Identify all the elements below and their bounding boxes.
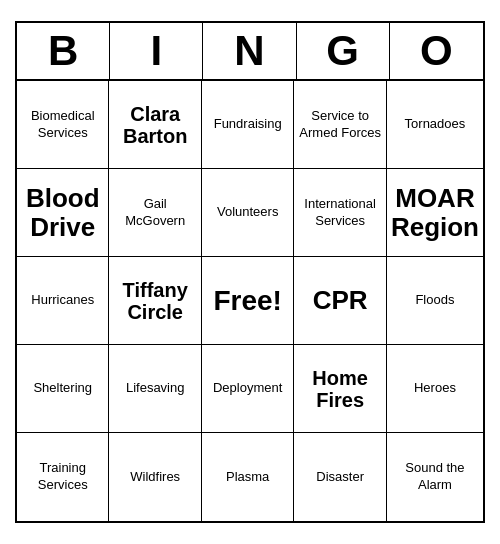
bingo-cell-22: Plasma: [202, 433, 294, 521]
bingo-letter-o: O: [390, 23, 483, 79]
bingo-cell-21: Wildfires: [109, 433, 201, 521]
cell-text-22: Plasma: [226, 469, 269, 486]
cell-text-19: Heroes: [414, 380, 456, 397]
bingo-cell-19: Heroes: [387, 345, 483, 433]
cell-text-18: Home Fires: [298, 367, 381, 411]
cell-text-7: Volunteers: [217, 204, 278, 221]
bingo-letter-i: I: [110, 23, 203, 79]
bingo-cell-11: Tiffany Circle: [109, 257, 201, 345]
cell-text-6: Gail McGovern: [113, 196, 196, 230]
bingo-cell-16: Lifesaving: [109, 345, 201, 433]
bingo-cell-0: Biomedical Services: [17, 81, 109, 169]
bingo-cell-5: Blood Drive: [17, 169, 109, 257]
bingo-card: BINGO Biomedical ServicesClara BartonFun…: [15, 21, 485, 523]
cell-text-20: Training Services: [21, 460, 104, 494]
cell-text-2: Fundraising: [214, 116, 282, 133]
cell-text-17: Deployment: [213, 380, 282, 397]
cell-text-23: Disaster: [316, 469, 364, 486]
cell-text-10: Hurricanes: [31, 292, 94, 309]
bingo-cell-23: Disaster: [294, 433, 386, 521]
cell-text-16: Lifesaving: [126, 380, 185, 397]
bingo-cell-24: Sound the Alarm: [387, 433, 483, 521]
cell-text-1: Clara Barton: [113, 103, 196, 147]
bingo-cell-6: Gail McGovern: [109, 169, 201, 257]
bingo-cell-2: Fundraising: [202, 81, 294, 169]
cell-text-5: Blood Drive: [21, 184, 104, 241]
bingo-cell-12: Free!: [202, 257, 294, 345]
bingo-letter-g: G: [297, 23, 390, 79]
bingo-cell-20: Training Services: [17, 433, 109, 521]
bingo-cell-14: Floods: [387, 257, 483, 345]
bingo-cell-18: Home Fires: [294, 345, 386, 433]
bingo-header: BINGO: [17, 23, 483, 81]
bingo-cell-7: Volunteers: [202, 169, 294, 257]
bingo-cell-10: Hurricanes: [17, 257, 109, 345]
bingo-letter-n: N: [203, 23, 296, 79]
cell-text-11: Tiffany Circle: [113, 279, 196, 323]
cell-text-8: International Services: [298, 196, 381, 230]
bingo-cell-17: Deployment: [202, 345, 294, 433]
bingo-letter-b: B: [17, 23, 110, 79]
bingo-grid: Biomedical ServicesClara BartonFundraisi…: [17, 81, 483, 521]
bingo-cell-4: Tornadoes: [387, 81, 483, 169]
bingo-cell-13: CPR: [294, 257, 386, 345]
bingo-cell-8: International Services: [294, 169, 386, 257]
cell-text-24: Sound the Alarm: [391, 460, 479, 494]
bingo-cell-15: Sheltering: [17, 345, 109, 433]
cell-text-14: Floods: [415, 292, 454, 309]
cell-text-3: Service to Armed Forces: [298, 108, 381, 142]
cell-text-15: Sheltering: [33, 380, 92, 397]
cell-text-13: CPR: [313, 286, 368, 315]
cell-text-12: Free!: [213, 285, 281, 317]
bingo-cell-3: Service to Armed Forces: [294, 81, 386, 169]
cell-text-9: MOAR Region: [391, 184, 479, 241]
cell-text-0: Biomedical Services: [21, 108, 104, 142]
cell-text-4: Tornadoes: [405, 116, 466, 133]
bingo-cell-9: MOAR Region: [387, 169, 483, 257]
cell-text-21: Wildfires: [130, 469, 180, 486]
bingo-cell-1: Clara Barton: [109, 81, 201, 169]
